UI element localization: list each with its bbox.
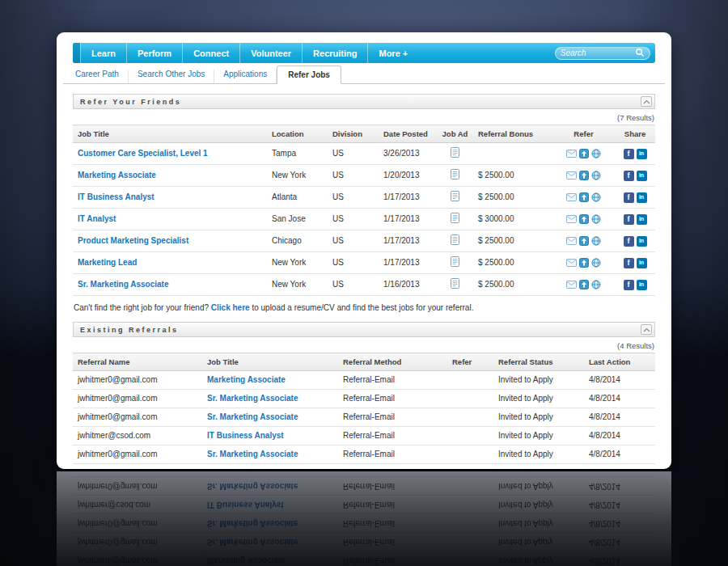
job-location: Chicago — [267, 230, 328, 252]
collapse-existing-section-button[interactable] — [641, 324, 652, 335]
referral-refer-cell — [447, 446, 493, 464]
referral-row: jwhitmer0@gmail.com Sr. Marketing Associ… — [73, 408, 655, 427]
nav-item[interactable]: More + — [367, 43, 418, 63]
refer-upload-icon[interactable] — [579, 258, 589, 268]
referral-name: jwhitmer@csod.com — [73, 427, 202, 446]
upload-resume-link[interactable]: Click here — [211, 303, 250, 312]
job-title-link[interactable]: Product Marketing Specialist — [78, 236, 188, 245]
refer-web-icon[interactable] — [591, 214, 601, 224]
job-ad-document-icon[interactable] — [451, 234, 459, 245]
refer-footer-note: Can't find the right job for your friend… — [74, 303, 654, 312]
refer-web-icon[interactable] — [591, 236, 601, 246]
refer-email-icon[interactable] — [566, 237, 577, 245]
job-date-posted: 3/26/2013 — [379, 143, 437, 165]
footer-text-after: to upload a resume/CV and find the best … — [252, 303, 473, 312]
refer-upload-icon[interactable] — [579, 192, 589, 202]
share-linkedin-icon[interactable]: in — [637, 192, 647, 203]
job-title-link[interactable]: Marketing Lead — [78, 258, 137, 267]
search-icon[interactable] — [635, 46, 645, 61]
share-linkedin-icon[interactable]: in — [637, 280, 647, 290]
share-facebook-icon[interactable]: f — [624, 192, 634, 203]
tab-refer-jobs[interactable]: Refer Jobs — [277, 65, 341, 84]
share-facebook-icon[interactable]: f — [624, 236, 634, 247]
job-title-link[interactable]: Marketing Associate — [78, 171, 156, 180]
share-facebook-icon[interactable]: f — [624, 149, 634, 159]
referral-refer-cell — [447, 371, 493, 390]
referral-job-title-link[interactable]: Sr. Marketing Associate — [207, 450, 298, 458]
nav-item[interactable]: Volunteer — [239, 43, 302, 63]
refer-results-count: (7 Results) — [74, 113, 654, 122]
refer-upload-icon[interactable] — [579, 280, 589, 289]
refer-upload-icon[interactable] — [579, 236, 589, 246]
refer-email-icon[interactable] — [566, 215, 577, 223]
refer-web-icon[interactable] — [591, 171, 601, 180]
job-title-link[interactable]: Customer Care Specialist, Level 1 — [78, 149, 208, 158]
share-linkedin-icon[interactable]: in — [637, 214, 647, 225]
share-facebook-icon[interactable]: f — [624, 280, 634, 290]
job-title-link[interactable]: Sr. Marketing Associate — [78, 280, 168, 289]
referral-last-action: 4/8/2014 — [584, 371, 655, 390]
job-ad-document-icon[interactable] — [451, 147, 459, 158]
refer-jobs-table: Job Title Location Division Date Posted … — [73, 125, 655, 296]
share-linkedin-icon[interactable]: in — [637, 149, 647, 159]
refer-email-icon[interactable] — [566, 281, 577, 289]
refer-job-row: Product Marketing Specialist Chicago US … — [73, 230, 655, 252]
column-header: Refer — [447, 353, 493, 371]
referral-job-title-link[interactable]: Sr. Marketing Associate — [207, 468, 298, 469]
refer-job-row: Sr. Marketing Associate New York US 1/16… — [73, 274, 655, 296]
refer-upload-icon[interactable] — [579, 149, 589, 158]
job-ad-document-icon[interactable] — [451, 191, 459, 201]
refer-web-icon[interactable] — [591, 280, 601, 289]
referral-job-title-link[interactable]: Sr. Marketing Associate — [207, 412, 298, 421]
refer-web-icon[interactable] — [591, 149, 601, 158]
nav-item[interactable]: Perform — [126, 43, 182, 63]
nav-item[interactable]: Learn — [80, 43, 126, 63]
nav-item[interactable]: Recruiting — [302, 43, 367, 63]
job-title-link[interactable]: IT Analyst — [78, 214, 116, 223]
referral-refer-cell — [447, 464, 493, 470]
share-facebook-icon[interactable]: f — [624, 214, 634, 225]
referral-status: Invited to Apply — [493, 408, 584, 427]
share-facebook-icon[interactable]: f — [624, 258, 634, 268]
refer-upload-icon[interactable] — [579, 214, 589, 224]
refer-email-icon[interactable] — [566, 150, 577, 158]
collapse-refer-section-button[interactable] — [641, 96, 652, 107]
refer-job-row: Marketing Lead New York US 1/17/2013 $ 2… — [73, 252, 655, 274]
referral-row: jwhitmer0@gmail.com Sr. Marketing Associ… — [73, 464, 655, 470]
referral-method: Referral-Email — [338, 371, 447, 390]
refer-web-icon[interactable] — [591, 258, 601, 268]
job-division: US — [328, 143, 379, 165]
referral-bonus: $ 2500.00 — [473, 274, 552, 296]
refer-upload-icon[interactable] — [579, 171, 589, 180]
chevron-up-icon — [643, 99, 650, 104]
search-input[interactable] — [561, 49, 635, 57]
share-linkedin-icon[interactable]: in — [637, 236, 647, 247]
job-ad-document-icon[interactable] — [451, 169, 459, 180]
column-header: Job Ad — [437, 125, 473, 143]
share-linkedin-icon[interactable]: in — [637, 258, 647, 268]
share-linkedin-icon[interactable]: in — [637, 171, 647, 181]
refer-email-icon[interactable] — [566, 259, 577, 267]
tab-item[interactable]: Applications — [214, 70, 277, 83]
job-location: New York — [267, 165, 328, 187]
nav-item[interactable]: Connect — [182, 43, 239, 63]
refer-web-icon[interactable] — [591, 192, 601, 202]
referral-job-title-link[interactable]: Sr. Marketing Associate — [207, 394, 298, 403]
referral-bonus: $ 2500.00 — [473, 187, 552, 209]
referral-job-title-link[interactable]: Marketing Associate — [207, 375, 286, 384]
referral-method: Referral-Email — [338, 427, 447, 446]
tab-item[interactable]: Career Path — [66, 70, 129, 83]
referral-job-title-link[interactable]: IT Business Analyst — [207, 431, 284, 440]
job-ad-document-icon[interactable] — [451, 256, 459, 267]
refer-email-icon[interactable] — [566, 171, 577, 180]
job-ad-document-icon[interactable] — [451, 213, 459, 223]
tab-item[interactable]: Search Other Jobs — [129, 70, 214, 83]
job-ad-document-icon[interactable] — [451, 278, 459, 289]
share-facebook-icon[interactable]: f — [624, 171, 634, 181]
job-division: US — [328, 209, 379, 230]
referral-name: jwhitmer0@gmail.com — [73, 464, 202, 470]
column-header: Division — [328, 125, 379, 143]
job-title-link[interactable]: IT Business Analyst — [78, 192, 154, 201]
refer-email-icon[interactable] — [566, 193, 577, 201]
search-box[interactable] — [555, 47, 650, 60]
